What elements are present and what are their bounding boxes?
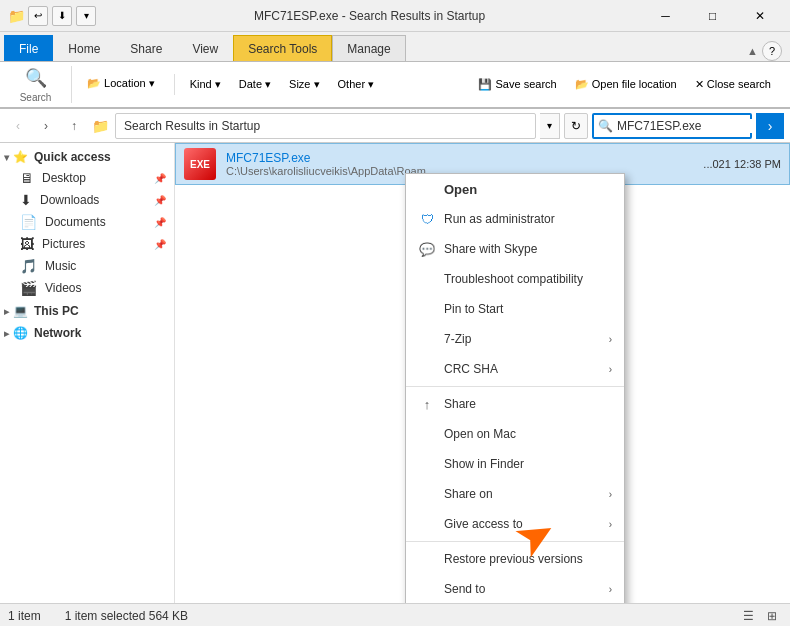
this-pc-icon: 💻 [13, 304, 28, 318]
ctx-troubleshoot[interactable]: Troubleshoot compatibility [406, 264, 624, 294]
ribbon-size-btn[interactable]: Size ▾ [282, 75, 326, 94]
sidebar-item-documents[interactable]: 📄 Documents 📌 [0, 211, 174, 233]
tab-home[interactable]: Home [53, 35, 115, 61]
title-bar-left: 📁 ↩ ⬇ ▾ [8, 6, 96, 26]
ctx-run-as-admin[interactable]: 🛡 Run as administrator [406, 204, 624, 234]
network-icon: 🌐 [13, 326, 28, 340]
minimize-button[interactable]: ─ [643, 0, 688, 32]
this-pc-label: This PC [34, 304, 79, 318]
ctx-arrow-send-to: › [609, 584, 612, 595]
ctx-send-to[interactable]: Send to › [406, 574, 624, 603]
ribbon-kind-btn[interactable]: Kind ▾ [183, 75, 228, 94]
ribbon-location-btn[interactable]: 📂 Location ▾ [80, 74, 162, 93]
ctx-open-on-mac[interactable]: Open on Mac [406, 419, 624, 449]
app-icon: 📁 [8, 8, 24, 24]
window-title: MFC71ESP.exe - Search Results in Startup [96, 9, 643, 23]
tab-manage[interactable]: Manage [332, 35, 405, 61]
path-text: Search Results in Startup [124, 119, 260, 133]
tab-share[interactable]: Share [115, 35, 177, 61]
finder-icon [418, 455, 436, 473]
close-button[interactable]: ✕ [737, 0, 782, 32]
file-date: ...021 12:38 PM [703, 158, 781, 170]
pin-icon: 📌 [154, 173, 166, 184]
search-go-button[interactable]: › [756, 113, 784, 139]
details-view-btn[interactable]: ☰ [738, 607, 758, 625]
sidebar-item-videos[interactable]: 🎬 Videos [0, 277, 174, 299]
tab-view[interactable]: View [177, 35, 233, 61]
desktop-icon: 🖥 [20, 170, 34, 186]
ribbon-search-label: Search [20, 92, 52, 103]
search-box: 🔍 ✕ [592, 113, 752, 139]
ctx-open[interactable]: Open [406, 174, 624, 204]
network-label: Network [34, 326, 81, 340]
ctx-arrow-crc: › [609, 364, 612, 375]
search-input[interactable] [617, 119, 767, 133]
ctx-share-on[interactable]: Share on › [406, 479, 624, 509]
ctx-show-in-finder[interactable]: Show in Finder [406, 449, 624, 479]
file-type-icon: EXE [184, 148, 216, 180]
this-pc-section: ▸ 💻 This PC [0, 301, 174, 321]
music-label: Music [45, 259, 76, 273]
help-button[interactable]: ? [762, 41, 782, 61]
ctx-crc-sha[interactable]: CRC SHA › [406, 354, 624, 384]
quick-access-header[interactable]: ▾ ⭐ Quick access [0, 147, 174, 167]
ribbon-open-location-btn[interactable]: 📂 Open file location [568, 75, 684, 94]
sidebar-item-desktop[interactable]: 🖥 Desktop 📌 [0, 167, 174, 189]
ribbon-search-btn[interactable]: 🔍 [20, 66, 52, 90]
ctx-7zip[interactable]: 7-Zip › [406, 324, 624, 354]
ctx-arrow-7zip: › [609, 334, 612, 345]
expand-icon: ▾ [4, 152, 9, 163]
restore-icon [418, 550, 436, 568]
address-dropdown-btn[interactable]: ▾ [540, 113, 560, 139]
file-type-text: EXE [190, 159, 210, 170]
ribbon-date-btn[interactable]: Date ▾ [232, 75, 278, 94]
shield-icon: 🛡 [418, 210, 436, 228]
ctx-sep-1 [406, 386, 624, 387]
sidebar-item-music[interactable]: 🎵 Music [0, 255, 174, 277]
up-button[interactable]: ↑ [62, 114, 86, 138]
documents-label: Documents [45, 215, 106, 229]
downloads-icon: ⬇ [20, 192, 32, 208]
item-count: 1 item [8, 609, 41, 623]
pin-icon-pic: 📌 [154, 239, 166, 250]
tab-file[interactable]: File [4, 35, 53, 61]
large-icons-view-btn[interactable]: ⊞ [762, 607, 782, 625]
ribbon-save-search-btn[interactable]: 💾 Save search [471, 75, 563, 94]
forward-button[interactable]: › [34, 114, 58, 138]
quick-access-icon: ⭐ [13, 150, 28, 164]
file-name: MFC71ESP.exe [226, 151, 435, 165]
maximize-button[interactable]: □ [690, 0, 735, 32]
ctx-share[interactable]: ↑ Share [406, 389, 624, 419]
pin-icon-dl: 📌 [154, 195, 166, 206]
quick-access-btn-3[interactable]: ▾ [76, 6, 96, 26]
skype-icon: 💬 [418, 240, 436, 258]
ctx-share-skype[interactable]: 💬 Share with Skype [406, 234, 624, 264]
ctx-arrow-share-on: › [609, 489, 612, 500]
this-pc-header[interactable]: ▸ 💻 This PC [0, 301, 174, 321]
ctx-pin-start[interactable]: Pin to Start [406, 294, 624, 324]
refresh-button[interactable]: ↻ [564, 113, 588, 139]
ribbon-close-search-btn[interactable]: ✕ Close search [688, 75, 778, 94]
ctx-restore-prev[interactable]: Restore previous versions [406, 544, 624, 574]
quick-access-btn-2[interactable]: ⬇ [52, 6, 72, 26]
file-path: C:\Users\karolisliucveikis\AppData\Roam.… [226, 165, 435, 177]
back-button[interactable]: ‹ [6, 114, 30, 138]
send-to-icon [418, 580, 436, 598]
file-info: MFC71ESP.exe C:\Users\karolisliucveikis\… [226, 151, 435, 177]
main-layout: ▾ ⭐ Quick access 🖥 Desktop 📌 ⬇ Downloads… [0, 143, 790, 603]
item-selected: 1 item selected 564 KB [65, 609, 188, 623]
music-icon: 🎵 [20, 258, 37, 274]
address-path-box[interactable]: Search Results in Startup [115, 113, 536, 139]
sidebar-item-downloads[interactable]: ⬇ Downloads 📌 [0, 189, 174, 211]
documents-icon: 📄 [20, 214, 37, 230]
view-toggle: ☰ ⊞ [738, 607, 782, 625]
quick-access-btn-1[interactable]: ↩ [28, 6, 48, 26]
7zip-icon [418, 330, 436, 348]
pictures-icon: 🖼 [20, 236, 34, 252]
sidebar-item-pictures[interactable]: 🖼 Pictures 📌 [0, 233, 174, 255]
videos-label: Videos [45, 281, 81, 295]
content-area: fish.. EXE MFC71ESP.exe C:\Users\karolis… [175, 143, 790, 603]
network-header[interactable]: ▸ 🌐 Network [0, 323, 174, 343]
tab-search-tools[interactable]: Search Tools [233, 35, 332, 61]
ribbon-other-btn[interactable]: Other ▾ [331, 75, 382, 94]
